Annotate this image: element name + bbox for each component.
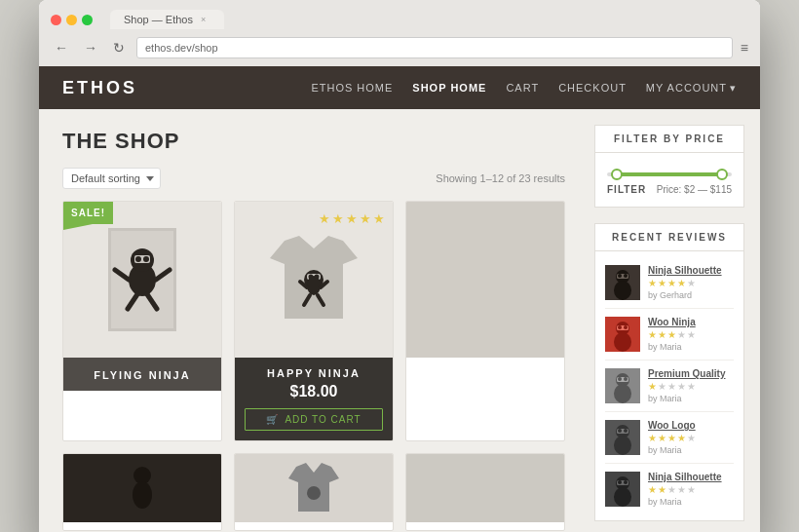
review-stars-4: ★★★★★ [648, 433, 734, 443]
product-image-bottom-1 [63, 454, 221, 522]
product-card-3[interactable] [405, 201, 565, 441]
nav-my-account[interactable]: MY ACCOUNT ▾ [646, 82, 737, 95]
review-product-name-5[interactable]: Ninja Silhouette [648, 472, 734, 482]
browser-chrome: Shop — Ethos × ← → ↻ ≡ [39, 0, 760, 66]
close-traffic-light[interactable] [51, 15, 61, 25]
filter-button[interactable]: FILTER [607, 184, 646, 195]
site-logo[interactable]: ETHOS [62, 78, 137, 98]
browser-tab[interactable]: Shop — Ethos × [110, 10, 224, 29]
star-2: ★ [332, 211, 344, 226]
price-slider-track[interactable] [607, 172, 732, 176]
svg-point-22 [307, 486, 321, 500]
minimize-traffic-light[interactable] [66, 15, 77, 25]
main-area: THE SHOP Default sorting Showing 1–12 of… [39, 109, 585, 532]
review-product-name-1[interactable]: Ninja Silhouette [648, 265, 734, 276]
star-5: ★ [373, 211, 385, 226]
products-grid-row2 [62, 453, 565, 531]
product-card-bottom-2[interactable] [234, 453, 394, 531]
nav-cart[interactable]: CART [506, 82, 539, 94]
review-thumb-3 [605, 368, 640, 403]
price-filter-row: FILTER Price: $2 — $115 [607, 184, 732, 195]
price-range-text: Price: $2 — $115 [657, 184, 732, 195]
address-bar[interactable] [136, 37, 733, 58]
sale-badge: SALE! [63, 202, 113, 224]
product-card-happy-ninja[interactable]: ★ ★ ★ ★ ★ [234, 201, 394, 441]
nav-shop-home[interactable]: SHOP HOME [412, 82, 486, 94]
review-author-5: by Maria [648, 497, 734, 507]
review-product-name-4[interactable]: Woo Logo [648, 420, 734, 431]
review-thumb-4 [605, 420, 640, 455]
review-author-4: by Maria [648, 445, 734, 455]
review-thumb-5 [605, 472, 640, 507]
svg-point-52 [624, 480, 628, 484]
review-stars-2: ★★★★★ [648, 329, 734, 340]
browser-window: Shop — Ethos × ← → ↻ ≡ ETHOS ETHOS HOME … [39, 0, 760, 532]
results-text: Showing 1–12 of 23 results [436, 172, 565, 184]
review-stars-3: ★★★★★ [648, 381, 734, 392]
happy-ninja-svg [265, 231, 362, 328]
page-title-row: THE SHOP [62, 129, 565, 154]
sidebar: FILTER BY PRICE FILTER Price: $2 — $115 … [585, 109, 760, 532]
svg-point-6 [143, 256, 149, 262]
product-image-flying-ninja: SALE! [63, 202, 221, 358]
review-info-3: Premium Quality ★★★★★ by Maria [648, 368, 734, 403]
star-1: ★ [319, 211, 330, 226]
product-card-bottom-3[interactable] [405, 453, 565, 531]
product-image-happy-ninja: ★ ★ ★ ★ ★ [235, 202, 393, 358]
product-image-bottom-2 [235, 454, 393, 522]
shop-toolbar: Default sorting Showing 1–12 of 23 resul… [62, 168, 565, 189]
svg-point-37 [614, 384, 631, 403]
svg-point-15 [307, 276, 321, 295]
nav-checkout[interactable]: CHECKOUT [558, 82, 627, 94]
stars-overlay: ★ ★ ★ ★ ★ [319, 211, 385, 226]
nav-ethos-home[interactable]: ETHOS HOME [311, 82, 393, 94]
maximize-traffic-light[interactable] [82, 15, 93, 25]
recent-reviews-widget: RECENT REVIEWS [594, 223, 744, 521]
filter-price-widget: FILTER BY PRICE FILTER Price: $2 — $115 [594, 125, 744, 208]
svg-point-5 [135, 256, 141, 262]
review-stars-1: ★★★★★ [648, 278, 734, 288]
review-product-name-2[interactable]: Woo Ninja [648, 317, 734, 327]
address-row: ← → ↻ ≡ [51, 37, 748, 66]
sort-select[interactable]: Default sorting [62, 168, 161, 189]
review-product-name-3[interactable]: Premium Quality [648, 368, 734, 379]
svg-point-34 [624, 325, 628, 329]
review-info-5: Ninja Silhouette ★★★★★ by Maria [648, 472, 734, 507]
product-card-bottom-1[interactable] [62, 453, 222, 531]
svg-point-28 [624, 274, 628, 278]
tab-label: Shop — Ethos [124, 14, 193, 25]
add-to-cart-happy-ninja[interactable]: 🛒 ADD TO CART [245, 408, 383, 431]
tab-close-icon[interactable]: × [201, 15, 210, 24]
site-content: THE SHOP Default sorting Showing 1–12 of… [39, 109, 760, 532]
review-thumb-1 [605, 265, 640, 300]
review-thumb-2 [605, 317, 640, 352]
forward-button[interactable]: → [80, 38, 101, 57]
product-name-overlay-flying: FLYING NINJA [63, 358, 221, 391]
svg-point-51 [618, 480, 622, 484]
back-button[interactable]: ← [51, 38, 72, 57]
slider-thumb-left[interactable] [611, 169, 623, 180]
page-title: THE SHOP [62, 129, 565, 154]
product-image-3 [406, 202, 564, 358]
review-item-5: Ninja Silhouette ★★★★★ by Maria [605, 464, 734, 514]
price-slider-fill [613, 172, 725, 176]
refresh-button[interactable]: ↻ [109, 38, 129, 57]
products-grid: SALE! [62, 201, 565, 441]
svg-point-25 [614, 281, 631, 300]
svg-point-45 [618, 429, 622, 433]
review-ninja-svg-2 [605, 317, 640, 352]
svg-point-40 [624, 377, 628, 381]
cart-icon: 🛒 [266, 414, 279, 425]
svg-point-46 [624, 429, 628, 433]
chevron-down-icon: ▾ [730, 82, 737, 95]
svg-point-21 [133, 481, 152, 509]
browser-menu-icon[interactable]: ≡ [741, 40, 748, 56]
review-ninja-svg-5 [605, 472, 640, 507]
svg-point-49 [614, 487, 631, 507]
svg-point-39 [618, 377, 622, 381]
site-header: ETHOS ETHOS HOME SHOP HOME CART CHECKOUT… [39, 66, 760, 109]
slider-thumb-right[interactable] [716, 169, 728, 180]
product-card-flying-ninja[interactable]: SALE! [62, 201, 222, 441]
star-4: ★ [360, 211, 371, 226]
svg-point-31 [614, 332, 631, 352]
